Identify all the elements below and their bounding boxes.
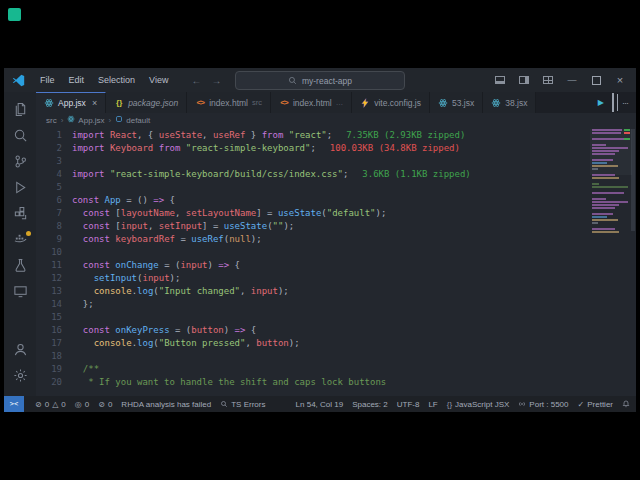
split-editor-button[interactable] [612,94,614,112]
customize-layout-button[interactable] [536,69,560,91]
cursor-position[interactable]: Ln 54, Col 19 [296,400,344,409]
activity-item-run-and-debug[interactable] [4,176,36,202]
encoding[interactable]: UTF-8 [397,400,420,409]
import-cost-annotation: 100.03KB (34.8KB zipped) [330,143,460,153]
code-line[interactable]: 2import Keyboard from "react-simple-keyb… [36,142,590,155]
code-line[interactable]: 12 setInput(input); [36,272,590,285]
code-line[interactable]: 8 const [input, setInput] = useState("")… [36,220,590,233]
vite-icon [360,98,370,108]
formatter-status[interactable]: ✓ Prettier [578,400,614,409]
breadcrumb: src›App.jsx›default [36,113,636,127]
line-number: 1 [36,129,72,142]
activity-item-extensions[interactable] [4,202,36,228]
ts-errors-status[interactable]: TS Errors [220,400,265,409]
live-server-port[interactable]: Port : 5500 [518,400,568,409]
line-number: 18 [36,350,72,363]
code-line[interactable]: 17 console.log("Button pressed", button)… [36,337,590,350]
close-icon[interactable]: × [92,98,97,108]
line-number: 13 [36,285,72,298]
line-number: 12 [36,272,72,285]
code-line[interactable]: 13 console.log("Input changed", input); [36,285,590,298]
code-line[interactable]: 6const App = () => { [36,194,590,207]
code-line[interactable]: 3 [36,155,590,168]
tab-index.html[interactable]: <>index.htmlsrc [187,92,271,113]
activity-item-testing[interactable] [4,254,36,280]
notifications-bell[interactable] [622,400,630,408]
minimap[interactable] [592,129,630,234]
tab-38.jsx[interactable]: 38.jsx [483,92,536,113]
code-line[interactable]: 1import React, { useState, useRef } from… [36,129,590,142]
code-line[interactable]: 11 const onChange = (input) => { [36,259,590,272]
problems-status[interactable]: ⊘ 0 △ 0 [35,400,66,409]
tab-index.html[interactable]: <>index.html… [271,92,352,113]
activity-item-explorer[interactable] [4,98,36,124]
react-icon [491,98,501,108]
code-line[interactable]: 7 const [layoutName, setLayoutName] = us… [36,207,590,220]
tab-App.jsx[interactable]: App.jsx× [36,92,106,113]
code-line[interactable]: 9 const keyboardRef = useRef(null); [36,233,590,246]
scrollbar-thumb[interactable] [631,129,635,231]
breadcrumb-App.jsx[interactable]: App.jsx [67,115,104,125]
tab-53.jsx[interactable]: 53.jsx [430,92,483,113]
toggle-panel-button[interactable] [488,69,512,91]
line-number: 3 [36,155,72,168]
line-number: 15 [36,311,72,324]
code-line[interactable]: 15 [36,311,590,324]
activity-item-accounts[interactable] [4,338,36,364]
menu-file[interactable]: File [33,70,62,90]
eol[interactable]: LF [428,400,437,409]
line-number: 17 [36,337,72,350]
toggle-sidebar-button[interactable] [512,69,536,91]
activity-item-remote-explorer[interactable] [4,280,36,306]
line-number: 7 [36,207,72,220]
line-number: 2 [36,142,72,155]
menu-edit[interactable]: Edit [62,70,92,90]
import-cost-annotation: 7.35KB (2.93KB zipped) [346,130,465,140]
code-line[interactable]: 16 const onKeyPress = (button) => { [36,324,590,337]
back-button[interactable]: ← [191,75,201,86]
badge [26,231,31,236]
error-icon: ⊘ [35,400,42,409]
more-actions-button[interactable]: ··· [622,98,628,108]
tab-label: App.jsx [58,98,86,108]
tab-vite.config.js[interactable]: vite.config.js [352,92,430,113]
code-line[interactable]: 18 [36,350,590,363]
warning-icon: △ [52,400,58,409]
activity-item-source-control[interactable] [4,150,36,176]
code-line[interactable]: 20 * If you want to handle the shift and… [36,376,590,389]
command-center[interactable]: my-react-app [235,71,405,90]
code-line[interactable]: 10 [36,246,590,259]
breadcrumb-default[interactable]: default [115,115,150,125]
breadcrumb-src[interactable]: src [46,116,57,125]
react-icon [67,115,75,125]
activity-item-settings[interactable] [4,364,36,390]
menu-selection[interactable]: Selection [91,70,142,90]
close-button[interactable]: × [608,69,632,91]
code-line[interactable]: 19 /** [36,363,590,376]
remote-indicator[interactable]: >< [4,396,24,412]
language-mode[interactable]: {} JavaScript JSX [447,400,510,409]
remote-explorer-icon [13,284,28,303]
code-line[interactable]: 14 }; [36,298,590,311]
broadcast-icon [518,400,526,408]
tabs: App.jsx×{}package.json<>index.htmlsrc<>i… [36,92,536,113]
tab-label: 38.jsx [505,98,527,108]
tab-package.json[interactable]: {}package.json [106,92,187,113]
counter-b[interactable]: ⊘ 0 [98,400,112,409]
activity-item-docker[interactable] [4,228,36,254]
editor-scrollbar[interactable] [630,127,636,396]
menu-view[interactable]: View [142,70,175,90]
indentation[interactable]: Spaces: 2 [352,400,388,409]
activity-item-search[interactable] [4,124,36,150]
editor[interactable]: 1import React, { useState, useRef } from… [36,127,636,396]
window-controls: — × [488,69,632,91]
maximize-button[interactable] [584,69,608,91]
forward-button[interactable]: → [211,75,221,86]
counter-a[interactable]: ◎ 0 [75,400,89,409]
code-line[interactable]: 5 [36,181,590,194]
tab-bar: App.jsx×{}package.json<>index.htmlsrc<>i… [36,92,636,113]
minimize-button[interactable]: — [560,69,584,91]
code-line[interactable]: 4import "react-simple-keyboard/build/css… [36,168,590,181]
run-button[interactable]: ▶ [598,98,604,107]
rhda-status[interactable]: RHDA analysis has failed [121,400,211,409]
